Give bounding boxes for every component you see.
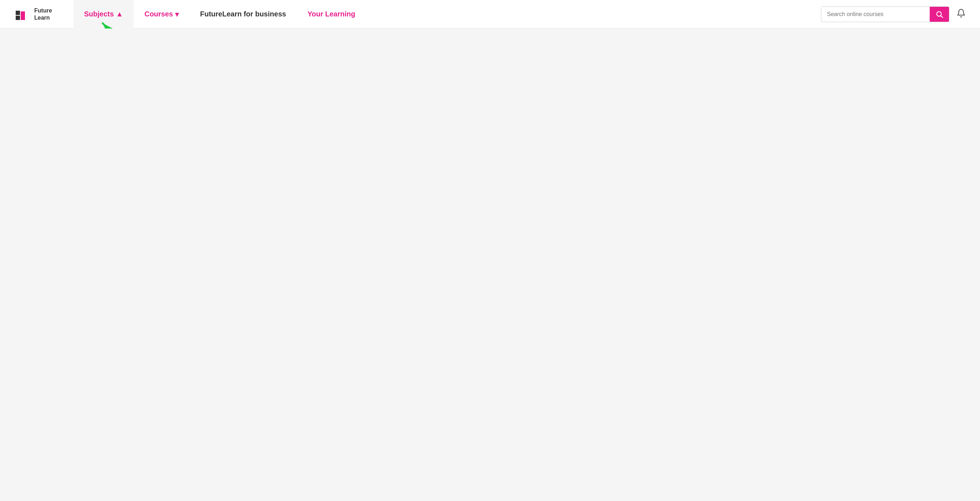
courses-arrow-icon: ▾ — [175, 10, 179, 19]
svg-line-4 — [941, 16, 943, 18]
subjects-arrow-icon: ▲ — [116, 10, 123, 18]
search-input[interactable] — [821, 8, 930, 21]
logo-text: Future Learn — [34, 7, 52, 21]
nav-your-learning[interactable]: Your Learning — [297, 0, 366, 29]
logo[interactable]: Future Learn — [14, 6, 52, 23]
main-nav: Subjects ▲ Courses ▾ FutureLearn for bus… — [73, 0, 821, 29]
header: Future Learn Subjects ▲ Courses ▾ Future… — [0, 0, 980, 29]
search-icon — [935, 10, 943, 18]
header-right — [821, 6, 966, 22]
svg-rect-2 — [16, 11, 20, 15]
nav-for-business[interactable]: FutureLearn for business — [189, 0, 297, 29]
nav-courses[interactable]: Courses ▾ — [134, 0, 189, 29]
nav-subjects[interactable]: Subjects ▲ — [73, 0, 134, 29]
svg-rect-1 — [21, 11, 25, 20]
notifications-bell-icon[interactable] — [956, 8, 966, 20]
svg-rect-0 — [16, 16, 20, 20]
search-bar — [821, 6, 949, 22]
search-button[interactable] — [930, 7, 949, 22]
